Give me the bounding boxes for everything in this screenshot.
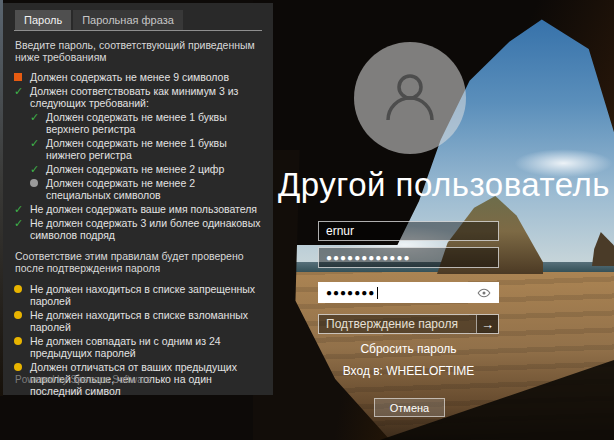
tab-password[interactable]: Пароль bbox=[15, 10, 71, 30]
policy-intro-text: Введите пароль, соответствующий приведен… bbox=[15, 39, 263, 63]
check-icon bbox=[14, 217, 30, 241]
requirement-item: Не должен находиться в списке взломанных… bbox=[14, 309, 262, 333]
pending-dot-icon bbox=[14, 335, 30, 359]
policy-tabs: Пароль Парольная фраза bbox=[14, 10, 262, 31]
cancel-button[interactable]: Отмена bbox=[374, 398, 445, 417]
requirement-item: Не должен совпадать ни с одним из 24 пре… bbox=[14, 335, 262, 359]
check-icon bbox=[30, 111, 46, 135]
requirement-item: Должен содержать не менее 1 буквы верхне… bbox=[14, 111, 262, 135]
pending-dot-icon bbox=[14, 309, 30, 333]
requirement-item: Должен содержать не менее 1 буквы нижнег… bbox=[14, 137, 262, 161]
requirement-item: Не должен содержать ваше имя пользовател… bbox=[14, 203, 262, 215]
requirement-text: Не должен содержать 3 или более одинаков… bbox=[30, 217, 262, 241]
username-value: ernur bbox=[326, 224, 354, 238]
requirement-text: Не должен совпадать ни с одним из 24 пре… bbox=[30, 335, 262, 359]
new-password-mask: ●●●●●●● bbox=[326, 287, 375, 298]
tab-passphrase[interactable]: Парольная фраза bbox=[73, 10, 183, 30]
pending-dot-icon bbox=[14, 283, 30, 307]
confirm-password-placeholder: Подтверждение пароля bbox=[326, 317, 458, 331]
requirement-text: Не должен находиться в списке запрещенны… bbox=[30, 283, 262, 307]
requirement-item: Должен содержать не менее 2 цифр bbox=[14, 163, 262, 175]
requirement-item: Должен содержать не менее 2 специальных … bbox=[14, 177, 262, 201]
policy-note-text: Соответствие этим правилам будет провере… bbox=[15, 250, 255, 274]
old-password-mask: ●●●●●●●●●●●● bbox=[326, 252, 410, 263]
person-icon bbox=[378, 66, 442, 130]
requirement-item: Не должен находиться в списке запрещенны… bbox=[14, 283, 262, 307]
requirement-text: Не должен содержать ваше имя пользовател… bbox=[30, 203, 257, 215]
user-avatar bbox=[354, 42, 466, 154]
requirement-text: Должен содержать не менее 1 буквы верхне… bbox=[46, 111, 262, 135]
requirement-text: Должен содержать не менее 2 цифр bbox=[46, 163, 224, 175]
check-icon bbox=[30, 163, 46, 175]
text-cursor bbox=[377, 287, 378, 299]
check-icon bbox=[14, 203, 30, 215]
specops-branding: Powered by Specops Software bbox=[15, 374, 152, 386]
submit-arrow-button[interactable]: → bbox=[476, 315, 498, 333]
requirement-item: Должен соответствовать как минимум 3 из … bbox=[14, 85, 262, 109]
requirement-text: Должен содержать не менее 1 буквы нижнег… bbox=[46, 137, 262, 161]
other-user-title: Другой пользователь bbox=[278, 166, 550, 204]
password-reveal-icon[interactable] bbox=[477, 286, 491, 300]
requirement-item: Должен содержать не менее 9 символов bbox=[14, 71, 262, 83]
requirement-text: Должен содержать не менее 9 символов bbox=[30, 71, 229, 83]
failed-square-icon bbox=[14, 71, 30, 83]
check-icon bbox=[30, 137, 46, 161]
username-input[interactable]: ernur bbox=[318, 221, 499, 241]
password-policy-panel: Пароль Парольная фраза Введите пароль, с… bbox=[3, 3, 273, 395]
requirement-text: Не должен находиться в списке взломанных… bbox=[30, 309, 262, 333]
new-password-input[interactable]: ●●●●●●● bbox=[318, 282, 499, 303]
requirement-text: Должен содержать не менее 2 специальных … bbox=[46, 177, 262, 201]
requirement-text: Должен соответствовать как минимум 3 из … bbox=[30, 85, 262, 109]
confirm-password-input[interactable]: Подтверждение пароля → bbox=[318, 314, 499, 334]
neutral-dot-icon bbox=[30, 177, 46, 201]
old-password-input[interactable]: ●●●●●●●●●●●● bbox=[318, 247, 499, 268]
reset-password-link[interactable]: Сбросить пароль bbox=[318, 342, 499, 356]
requirement-item: Не должен содержать 3 или более одинаков… bbox=[14, 217, 262, 241]
check-icon bbox=[14, 85, 30, 109]
sign-in-domain-text: Вход в: WHEELOFTIME bbox=[318, 364, 499, 378]
